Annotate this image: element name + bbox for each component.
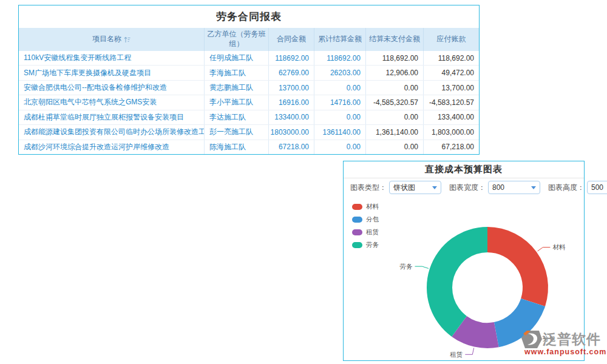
- pie-slice-label: 劳务: [400, 263, 413, 270]
- amount-cell: 1,803,000.00: [424, 125, 479, 139]
- labor-contract-report-panel: 劳务合同报表 项目名称乙方单位（劳务班组）合同金额累计结算金额结算未支付金额应付…: [18, 5, 480, 155]
- label-connector-line: [415, 266, 429, 268]
- table-row: 成都杜甫草堂临时展厅独立展柜报警设备安装项目李达施工队133400.000.00…: [19, 110, 479, 125]
- amount-cell: 1361140.00: [314, 125, 366, 139]
- chart-controls: 图表类型：饼状图图表宽度：800图表高度：500: [344, 178, 584, 197]
- amount-cell: 62769.00: [269, 66, 314, 79]
- column-header: 应付账款: [424, 28, 479, 51]
- chart-title-bar: 直接成本预算图表: [344, 161, 584, 178]
- table-row: 成都沙河环境综合提升改造运河护岸维修改造陈海施工队67218.000.000.0…: [19, 140, 479, 154]
- column-header[interactable]: 项目名称: [19, 28, 205, 51]
- column-header-label: 合同金额: [277, 35, 306, 44]
- report-title-bar: 劳务合同报表: [19, 5, 479, 28]
- amount-cell: 0.00: [366, 110, 424, 124]
- amount-cell: -4,583,120.57: [424, 95, 479, 109]
- contractor-cell[interactable]: 陈海施工队: [205, 140, 269, 154]
- amount-cell: 0.00: [314, 81, 366, 95]
- contractor-cell[interactable]: 李海施工队: [205, 66, 269, 79]
- amount-cell: -4,585,320.57: [366, 95, 424, 109]
- control-group: 图表高度：500: [548, 181, 607, 194]
- table-row: SM广场地下车库更换摄像机及硬盘项目李海施工队62769.0026203.001…: [19, 66, 479, 80]
- chart-width-select[interactable]: 800: [488, 181, 540, 194]
- amount-cell: 0.00: [366, 140, 424, 154]
- pie-slice[interactable]: [487, 227, 548, 306]
- column-header-label: 结算未支付金额: [369, 35, 420, 44]
- report-title: 劳务合同报表: [216, 10, 282, 24]
- pie-slice-label: 租赁: [450, 351, 463, 358]
- control-group: 图表宽度：800: [449, 181, 540, 194]
- amount-cell: 0.00: [366, 81, 424, 95]
- project-name-cell[interactable]: 北京朝阳区电气中芯特气系统之GMS安装: [19, 95, 205, 109]
- amount-cell: 0.00: [314, 110, 366, 124]
- watermark-url: www.fanpusoft.com: [524, 348, 606, 356]
- label-connector-line: [465, 348, 473, 355]
- project-name-cell[interactable]: 110kV安徽线程集变开断线路工程: [19, 51, 205, 65]
- amount-cell: 133,400.00: [424, 110, 479, 124]
- pie-slice[interactable]: [427, 227, 487, 337]
- amount-cell: 16916.00: [269, 95, 314, 109]
- chart-type-select[interactable]: 饼状图: [389, 181, 441, 194]
- column-header-label: 乙方单位（劳务班组）: [207, 30, 266, 49]
- column-header-label: 项目名称: [92, 35, 121, 44]
- contractor-cell[interactable]: 李达施工队: [205, 110, 269, 124]
- project-name-cell[interactable]: 成都杜甫草堂临时展厅独立展柜报警设备安装项目: [19, 110, 205, 124]
- amount-cell: 1803000.00: [269, 125, 314, 139]
- amount-cell: 49,472.00: [424, 66, 479, 79]
- table-row: 110kV安徽线程集变开断线路工程任明成施工队118692.00118692.0…: [19, 51, 479, 66]
- control-label: 图表类型：: [350, 183, 387, 193]
- project-name-cell[interactable]: 成都沙河环境综合提升改造运河护岸维修改造: [19, 140, 205, 154]
- chart-title: 直接成本预算图表: [425, 164, 503, 175]
- table-header-row: 项目名称乙方单位（劳务班组）合同金额累计结算金额结算未支付金额应付账款: [19, 28, 479, 51]
- column-header: 乙方单位（劳务班组）: [205, 28, 269, 51]
- amount-cell: 67218.00: [269, 140, 314, 154]
- select-value: 500: [591, 183, 603, 192]
- control-label: 图表宽度：: [449, 183, 486, 193]
- fanpu-logo-icon: [521, 329, 543, 349]
- amount-cell: 118692.00: [314, 51, 366, 65]
- project-name-cell[interactable]: SM广场地下车库更换摄像机及硬盘项目: [19, 66, 205, 79]
- watermark-brand: 泛普软件: [543, 330, 601, 349]
- project-name-cell[interactable]: 安徽合肥供电公司--配电设备检修维护和改造: [19, 81, 205, 95]
- amount-cell: 67,218.00: [424, 140, 479, 154]
- contractor-cell[interactable]: 李小平施工队: [205, 95, 269, 109]
- table-body: 110kV安徽线程集变开断线路工程任明成施工队118692.00118692.0…: [19, 51, 479, 154]
- amount-cell: 0.00: [314, 140, 366, 154]
- label-connector-line: [538, 248, 551, 251]
- table-row: 安徽合肥供电公司--配电设备检修维护和改造黄志鹏施工队13700.000.000…: [19, 81, 479, 95]
- column-header: 结算未支付金额: [366, 28, 424, 51]
- chevron-down-icon: [531, 186, 536, 189]
- contractor-cell[interactable]: 彭一亮施工队: [205, 125, 269, 139]
- amount-cell: 118,692.00: [424, 51, 479, 65]
- select-value: 饼状图: [393, 183, 415, 193]
- sort-icon[interactable]: [124, 36, 131, 43]
- pie-slice-label: 材料: [552, 243, 566, 251]
- amount-cell: 1,361,140.00: [366, 125, 424, 139]
- amount-cell: 12,906.00: [366, 66, 424, 79]
- contractor-cell[interactable]: 任明成施工队: [205, 51, 269, 65]
- control-label: 图表高度：: [548, 183, 585, 193]
- control-group: 图表类型：饼状图: [350, 181, 441, 194]
- amount-cell: 118,692.00: [366, 51, 424, 65]
- project-name-cell[interactable]: 成都能源建设集团投资有限公司临时办公场所装修改造工程EPC: [19, 125, 205, 139]
- column-header-label: 累计结算金额: [318, 35, 362, 44]
- amount-cell: 118692.00: [269, 51, 314, 65]
- column-header: 合同金额: [269, 28, 314, 51]
- table-row: 北京朝阳区电气中芯特气系统之GMS安装李小平施工队16916.0014716.0…: [19, 95, 479, 110]
- vendor-watermark: 泛普软件 www.fanpusoft.com: [521, 329, 606, 356]
- column-header: 累计结算金额: [314, 28, 366, 51]
- chevron-down-icon: [432, 186, 437, 189]
- amount-cell: 13700.00: [269, 81, 314, 95]
- contractor-cell[interactable]: 黄志鹏施工队: [205, 81, 269, 95]
- table-row: 成都能源建设集团投资有限公司临时办公场所装修改造工程EPC彭一亮施工队18030…: [19, 125, 479, 140]
- column-header-label: 应付账款: [437, 35, 466, 44]
- amount-cell: 133400.00: [269, 110, 314, 124]
- select-value: 800: [492, 183, 504, 192]
- amount-cell: 13,700.00: [424, 81, 479, 95]
- chart-height-select[interactable]: 500: [587, 181, 607, 194]
- amount-cell: 14716.00: [314, 95, 366, 109]
- amount-cell: 26203.00: [314, 66, 366, 79]
